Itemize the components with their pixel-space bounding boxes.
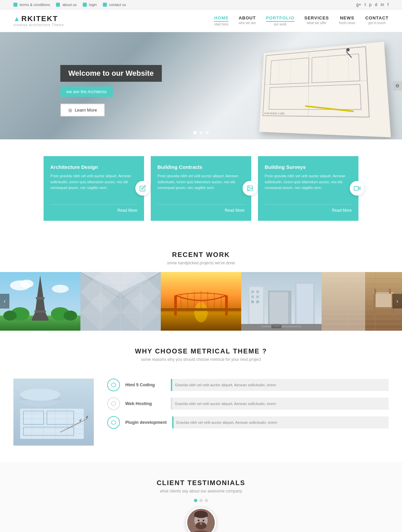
svg-marker-16 (358, 187, 360, 190)
nav-news-label: NEWS (339, 15, 355, 20)
avatar (186, 508, 216, 532)
svg-rect-51 (174, 295, 177, 316)
contact-icon (103, 3, 107, 7)
svg-rect-77 (273, 324, 280, 327)
recent-work-title: RECENT WORK (7, 251, 395, 259)
logo-name: ▲RKITEKT (13, 14, 64, 23)
googleplus-icon[interactable]: g+ (356, 2, 361, 7)
hero-dot-3[interactable] (205, 131, 209, 134)
svg-marker-121 (111, 383, 116, 387)
recent-work-subtitle: some handpicked projects we've done (7, 261, 395, 265)
svg-rect-3 (269, 84, 361, 110)
linkedin-icon[interactable]: in (381, 2, 384, 7)
svg-rect-97 (374, 289, 376, 294)
city-buildings-image (241, 272, 322, 331)
nav-services-sub: what we offer (305, 21, 329, 25)
learn-more-icon: ◎ (68, 108, 72, 113)
svg-text:PLAN SCALE: 1:1200: PLAN SCALE: 1:1200 (264, 112, 284, 115)
terms-link[interactable]: terms & conditions (13, 3, 50, 7)
svg-point-31 (20, 280, 34, 288)
feature-architecture: Architecture Design Proin gravida nibh v… (44, 156, 144, 221)
testimonial-dot-2[interactable] (199, 499, 203, 502)
nav-portfolio[interactable]: PORTFOLIO our work (266, 15, 294, 26)
feature-surveys-readmore[interactable]: Read More (265, 204, 352, 213)
svg-point-32 (52, 285, 69, 293)
svg-rect-95 (374, 294, 376, 317)
html5-icon (107, 379, 120, 391)
blueprint-svg: PLAN SCALE: 1:1200 (260, 43, 374, 121)
avatar-image (187, 508, 215, 532)
hero-dot-2[interactable] (199, 131, 203, 134)
settings-icon[interactable]: ⚙ (393, 81, 402, 90)
feature-surveys-title: Building Surveys (265, 164, 352, 170)
hosting-label: Web Hosting (125, 401, 165, 406)
gallery-item-2 (80, 272, 161, 331)
logo-triangle: ▲ (13, 15, 21, 22)
svg-rect-63 (250, 287, 263, 329)
svg-rect-53 (161, 308, 241, 311)
about-link[interactable]: about us (56, 3, 76, 7)
why-feature-row-2: Web Hosting Gravida nibh vel velit aucto… (107, 397, 389, 410)
why-content: Html 5 Coding Gravida nibh vel velit auc… (13, 379, 389, 446)
svg-point-15 (249, 187, 250, 188)
nav-news[interactable]: NEWS fresh news (339, 15, 355, 25)
svg-marker-122 (111, 401, 116, 406)
why-choose-subtitle: some reasons why you should choose metri… (20, 357, 382, 362)
hero-section: PLAN SCALE: 1:1200 Welcome to our Websit… (0, 32, 402, 139)
feature-surveys-text: Proin gravida nibh vel velit auctor aliq… (265, 173, 352, 191)
login-link[interactable]: login (83, 3, 97, 7)
pinterest-icon[interactable]: p (369, 2, 372, 7)
testimonial-dot-1[interactable] (194, 499, 197, 502)
dribbble-icon[interactable]: d (375, 2, 377, 7)
feature-contracts-text: Proin gravida nibh vel velit auctor aliq… (157, 173, 245, 191)
svg-rect-1 (270, 58, 309, 85)
logo: ▲RKITEKT creative architecture Theme (13, 14, 64, 27)
nav-about-sub: who we are (239, 21, 256, 25)
top-bar: terms & conditions about us login contac… (0, 0, 402, 9)
hosting-bar: Gravida nibh vel velit auctor aliquet. A… (171, 398, 389, 410)
plugin-bar: Gravida nibh vel velit auctor aliquet. A… (172, 416, 389, 428)
features-section: Architecture Design Proin gravida nibh v… (0, 139, 402, 238)
header: ▲RKITEKT creative architecture Theme HOM… (0, 9, 402, 32)
nav-home[interactable]: HOME start here (214, 15, 228, 26)
nav-services-label: SERVICES (305, 15, 329, 20)
login-icon (83, 3, 87, 7)
nav-portfolio-sub: our work (266, 22, 294, 26)
plugin-icon (107, 416, 120, 429)
gallery-item-1 (0, 272, 80, 331)
svg-rect-17 (354, 187, 358, 191)
feature-contracts-readmore[interactable]: Read More (157, 204, 245, 213)
golden-gate-image (161, 272, 241, 331)
contact-link[interactable]: contact us (103, 3, 126, 7)
svg-point-28 (3, 311, 17, 321)
svg-rect-25 (35, 311, 46, 313)
gallery-next-button[interactable]: › (393, 294, 402, 309)
hero-title: Welcome to our Website (60, 65, 162, 82)
nav-about[interactable]: ABOUT who we are (239, 15, 256, 25)
svg-line-7 (290, 59, 291, 84)
svg-rect-94 (375, 294, 392, 307)
svg-rect-68 (251, 301, 254, 303)
twitter-icon[interactable]: t (364, 2, 366, 7)
hero-blueprint: PLAN SCALE: 1:1200 (241, 39, 382, 133)
login-label: login (89, 3, 97, 7)
modern-arch-image (80, 272, 161, 331)
feature-architecture-readmore[interactable]: Read More (50, 204, 137, 213)
nav-contact[interactable]: CONTACT get in touch (365, 15, 389, 25)
feature-architecture-text: Proin gravida nibh vel velit auctor aliq… (50, 173, 137, 191)
gallery-item-5 (322, 272, 402, 331)
feature-architecture-title: Architecture Design (50, 164, 137, 170)
why-feature-row-1: Html 5 Coding Gravida nibh vel velit auc… (107, 379, 389, 391)
nav-services[interactable]: SERVICES what we offer (305, 15, 329, 25)
logo-subtitle: creative architecture Theme (13, 23, 64, 27)
hero-dot-1[interactable] (193, 131, 197, 134)
testimonial-dot-3[interactable] (205, 499, 208, 502)
svg-rect-52 (225, 295, 228, 316)
svg-rect-127 (194, 514, 208, 517)
learn-more-button[interactable]: ◎ Learn More (60, 104, 105, 117)
gallery-prev-button[interactable]: ‹ (0, 294, 9, 309)
facebook-icon[interactable]: f (387, 2, 389, 7)
svg-line-8 (328, 56, 328, 82)
contact-label: contact us (109, 3, 126, 7)
html5-bar: Gravida nibh vel velit auctor aliquet. A… (171, 379, 389, 391)
